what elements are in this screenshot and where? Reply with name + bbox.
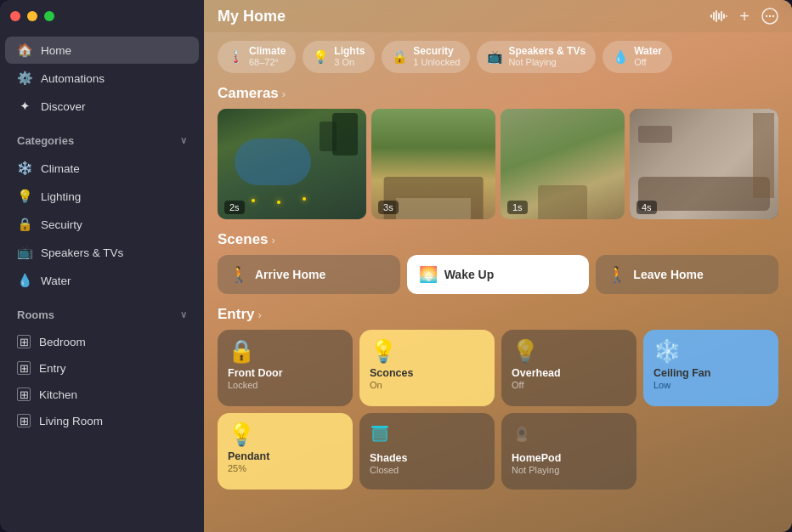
svg-rect-4 xyxy=(721,11,722,21)
sidebar-item-security[interactable]: 🔒 Secuirty xyxy=(5,211,199,238)
device-status: Not Playing xyxy=(512,465,626,476)
sidebar-item-label: Lighting xyxy=(41,190,81,203)
security-chip-text: Security 1 Unlocked xyxy=(413,45,460,69)
sidebar-item-entry[interactable]: ⊞ Entry xyxy=(5,355,199,381)
entry-devices-grid: 🔒 Front Door Locked 💡 Sconces On xyxy=(218,330,778,490)
leave-home-button[interactable]: 🚶 Leave Home xyxy=(596,255,778,294)
status-chip-climate[interactable]: 🌡️ Climate 68–72° xyxy=(218,41,296,73)
device-name: HomePod xyxy=(512,452,626,465)
device-card-shades[interactable]: Shades Closed xyxy=(359,413,495,490)
svg-rect-12 xyxy=(373,429,387,441)
sidebar-item-label: Home xyxy=(41,44,71,57)
rooms-header[interactable]: Rooms ∨ xyxy=(5,298,199,325)
svg-rect-6 xyxy=(726,15,727,17)
device-card-front-door[interactable]: 🔒 Front Door Locked xyxy=(218,330,353,406)
minimize-button[interactable] xyxy=(27,11,37,21)
chevron-down-icon: ∨ xyxy=(180,135,187,146)
sidebar-item-kitchen[interactable]: ⊞ Kitchen xyxy=(5,382,199,407)
device-icon-row: 🔒 xyxy=(228,340,342,362)
device-card-pendant[interactable]: 💡 Pendant 25% xyxy=(218,413,353,490)
svg-point-10 xyxy=(772,15,774,17)
svg-rect-0 xyxy=(710,14,712,18)
sidebar-item-label: Speakers & TVs xyxy=(41,246,123,259)
scenes-section-header[interactable]: Scenes › xyxy=(218,231,778,248)
device-status: 25% xyxy=(228,463,342,474)
device-card-overhead[interactable]: 💡 Overhead Off xyxy=(501,330,636,406)
chevron-down-icon: ∨ xyxy=(180,309,187,320)
device-info: Ceiling Fan Low xyxy=(653,367,768,391)
camera-thumb-3[interactable]: 1s xyxy=(501,109,625,219)
status-chip-water[interactable]: 💧 Water Off xyxy=(602,41,672,73)
sidebar-item-home[interactable]: 🏠 Home xyxy=(5,37,199,64)
chip-label: Security xyxy=(413,45,460,57)
chip-label: Speakers & TVs xyxy=(508,45,586,57)
maximize-button[interactable] xyxy=(44,11,54,21)
sidebar-item-automations[interactable]: ⚙️ Automations xyxy=(5,65,199,92)
device-info: Sconces On xyxy=(370,367,484,391)
cameras-grid: 2s 3s 1s xyxy=(218,109,778,219)
waveform-icon xyxy=(710,9,727,23)
overhead-icon: 💡 xyxy=(512,340,539,362)
titlebar-actions: + xyxy=(710,7,778,26)
categories-header[interactable]: Categories ∨ xyxy=(5,124,199,150)
device-name: Pendant xyxy=(228,450,342,463)
section-title: Scenes xyxy=(218,231,269,248)
sidebar-item-lighting[interactable]: 💡 Lighting xyxy=(5,183,199,210)
device-card-ceiling-fan[interactable]: ❄️ Ceiling Fan Low xyxy=(643,330,778,406)
page-title: My Home xyxy=(218,8,286,25)
camera-timestamp: 4s xyxy=(636,201,657,214)
device-status: On xyxy=(370,380,484,391)
sidebar-item-label: Kitchen xyxy=(39,388,77,401)
camera-thumb-4[interactable]: 4s xyxy=(630,109,778,219)
tv-icon: 📺 xyxy=(17,245,32,260)
more-options-button[interactable] xyxy=(761,8,778,25)
rooms-nav: ⊞ Bedroom ⊞ Entry ⊞ Kitchen ⊞ Living Roo… xyxy=(0,325,204,438)
sidebar-item-label: Entry xyxy=(39,362,66,375)
status-chip-speakers[interactable]: 📺 Speakers & TVs Not Playing xyxy=(477,41,596,73)
waveform-button[interactable] xyxy=(710,9,727,23)
device-card-homepod[interactable]: HomePod Not Playing xyxy=(501,413,636,490)
status-chip-security[interactable]: 🔒 Security 1 Unlocked xyxy=(382,41,470,73)
sidebar-item-water[interactable]: 💧 Water xyxy=(5,267,199,294)
shades-icon xyxy=(370,423,390,447)
sidebar-item-climate[interactable]: ❄️ Climate xyxy=(5,155,199,182)
sidebar-item-label: Living Room xyxy=(39,415,103,427)
svg-rect-3 xyxy=(718,13,720,20)
device-card-sconces[interactable]: 💡 Sconces On xyxy=(359,330,495,406)
device-status: Off xyxy=(512,380,626,391)
sconces-icon: 💡 xyxy=(370,340,397,362)
camera-thumb-1[interactable]: 2s xyxy=(218,109,366,219)
device-name: Sconces xyxy=(370,367,484,380)
sidebar-item-living-room[interactable]: ⊞ Living Room xyxy=(5,408,199,433)
water-icon: 💧 xyxy=(17,273,32,288)
water-chip-icon: 💧 xyxy=(613,49,629,65)
sidebar-item-label: Discover xyxy=(41,100,86,113)
sidebar-item-bedroom[interactable]: ⊞ Bedroom xyxy=(5,329,199,354)
rooms-label: Rooms xyxy=(17,308,54,321)
chip-value: 3 On xyxy=(334,57,365,68)
camera-thumb-2[interactable]: 3s xyxy=(371,109,495,219)
chip-label: Lights xyxy=(334,45,365,57)
cameras-section-header[interactable]: Cameras › xyxy=(218,85,778,102)
main-nav: 🏠 Home ⚙️ Automations ✦ Discover xyxy=(0,32,204,124)
close-button[interactable] xyxy=(10,11,20,21)
sidebar-item-discover[interactable]: ✦ Discover xyxy=(5,93,199,120)
wake-up-button[interactable]: 🌅 Wake Up xyxy=(407,255,590,294)
svg-point-9 xyxy=(769,15,771,17)
sidebar-item-speakers[interactable]: 📺 Speakers & TVs xyxy=(5,239,199,266)
camera-timestamp: 2s xyxy=(224,201,245,214)
sidebar-item-label: Automations xyxy=(41,72,105,85)
status-chips: 🌡️ Climate 68–72° 💡 Lights 3 On 🔒 xyxy=(218,41,778,73)
security-chip-icon: 🔒 xyxy=(392,49,408,65)
leave-home-label: Leave Home xyxy=(633,268,703,281)
status-chip-lights[interactable]: 💡 Lights 3 On xyxy=(303,41,375,73)
device-name: Overhead xyxy=(512,367,626,380)
arrive-home-button[interactable]: 🚶 Arrive Home xyxy=(218,255,400,294)
lights-chip-text: Lights 3 On xyxy=(334,45,365,69)
device-status: Locked xyxy=(228,380,342,391)
device-icon-row: ❄️ xyxy=(653,340,768,362)
add-button[interactable]: + xyxy=(739,7,750,26)
room-icon: ⊞ xyxy=(17,414,31,427)
entry-section-header[interactable]: Entry › xyxy=(218,306,778,323)
arrive-home-label: Arrive Home xyxy=(255,268,325,281)
